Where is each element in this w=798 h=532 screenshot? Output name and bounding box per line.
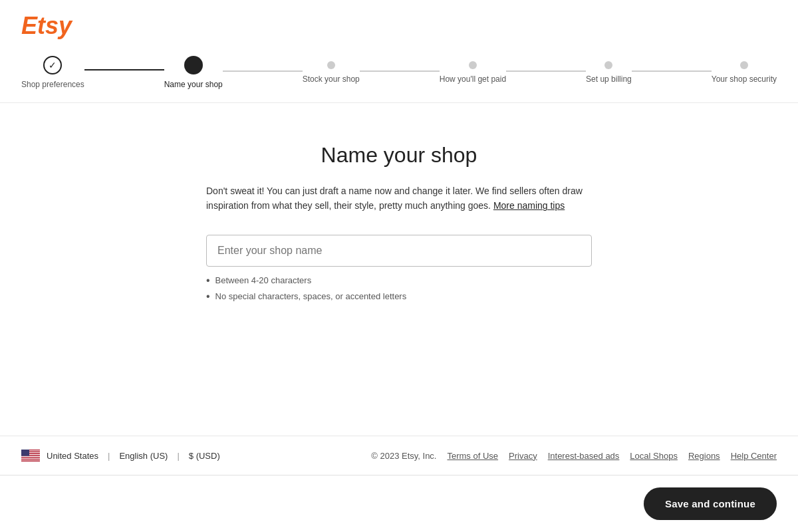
country-label: United States [47,451,98,461]
step-label-name-your-shop: Name your shop [164,80,223,89]
rule-item: No special characters, spaces, or accent… [206,291,592,303]
step-circle-inactive-5 [604,61,612,69]
rule-item: Between 4-20 characters [206,275,592,287]
svg-rect-7 [21,456,40,457]
help-center-link[interactable]: Help Center [731,451,777,461]
page-title: Name your shop [321,143,477,168]
shop-name-input[interactable] [206,235,592,267]
connector-1 [84,69,164,70]
main-content: Name your shop Don't sweat it! You can j… [0,103,798,436]
naming-tips-link[interactable]: More naming tips [493,200,565,211]
footer-right: © 2023 Etsy, Inc. Terms of Use Privacy I… [371,451,777,461]
us-flag-icon [21,450,40,462]
step-name-your-shop: Name your shop [164,56,223,89]
terms-link[interactable]: Terms of Use [447,451,498,461]
footer-left: United States | English (US) | $ (USD) [21,450,220,462]
step-shop-security: Your shop security [712,56,777,84]
step-label-stock-your-shop: Stock your shop [303,74,360,84]
connector-4 [506,70,586,72]
etsy-logo[interactable]: Etsy [21,12,72,40]
copyright-text: © 2023 Etsy, Inc. [371,451,436,461]
regions-link[interactable]: Regions [688,451,720,461]
checkmark-icon: ✓ [49,60,57,70]
step-get-paid: How you'll get paid [440,56,506,84]
header: Etsy ✓ Shop preferences Name your shop [0,0,798,103]
connector-5 [632,70,712,72]
step-label-get-paid: How you'll get paid [440,74,506,84]
step-stock-your-shop: Stock your shop [303,56,360,84]
local-shops-link[interactable]: Local Shops [630,451,678,461]
privacy-link[interactable]: Privacy [509,451,537,461]
progress-bar: ✓ Shop preferences Name your shop Stock … [21,56,777,102]
step-label-shop-preferences: Shop preferences [21,80,84,89]
description-text: Don't sweat it! You can just draft a nam… [206,184,592,213]
currency-label: $ (USD) [189,451,220,461]
svg-rect-12 [21,461,40,462]
step-circle-active [184,56,203,74]
svg-rect-8 [21,457,40,458]
svg-rect-13 [21,450,29,456]
step-label-billing: Set up billing [586,74,632,84]
step-circle-completed: ✓ [43,56,62,74]
language-label: English (US) [119,451,168,461]
connector-2 [223,70,303,72]
svg-rect-10 [21,459,40,460]
svg-rect-11 [21,460,40,460]
footer: United States | English (US) | $ (USD) ©… [0,436,798,475]
rules-list: Between 4-20 characters No special chara… [206,275,592,307]
bottom-bar: Save and continue [0,475,798,532]
step-circle-inactive-6 [740,61,748,69]
svg-rect-9 [21,458,40,458]
save-continue-button[interactable]: Save and continue [644,487,777,520]
step-circle-inactive-4 [469,61,477,69]
step-set-up-billing: Set up billing [586,56,632,84]
step-circle-inactive-3 [327,61,335,69]
step-label-security: Your shop security [712,74,777,84]
connector-3 [360,70,440,72]
interest-ads-link[interactable]: Interest-based ads [548,451,620,461]
step-shop-preferences: ✓ Shop preferences [21,56,84,89]
